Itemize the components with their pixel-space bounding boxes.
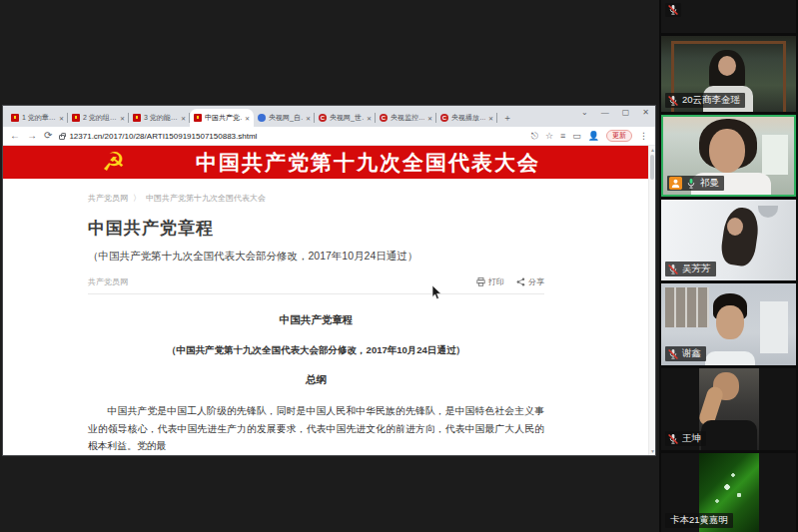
tab-5[interactable]: 央视网_自… ✕ [254,109,315,127]
participant-label: 吴芳芳 [665,262,716,276]
menu-icon[interactable]: ⋮ [639,132,648,141]
share-page-icon[interactable]: ⎋ [531,132,538,141]
close-tab-icon[interactable]: ✕ [120,115,125,122]
new-tab-button[interactable]: ＋ [500,111,514,125]
scene-shape [719,206,761,267]
print-button[interactable]: 打印 [476,276,504,287]
forward-icon[interactable]: → [27,131,37,141]
participant-tile-wangkun[interactable]: 王坤 [661,368,796,450]
page-subtitle: （中国共产党第十九次全国代表大会部分修改，2017年10月24日通过） [88,250,544,264]
print-label: 打印 [488,276,504,287]
scrollbar-thumb[interactable] [650,155,654,180]
chrome-update-button[interactable]: 更新 [606,130,632,142]
section-heading: 总纲 [88,373,544,387]
party-favicon-icon [11,114,19,122]
participant-name: 20云商李金瑶 [682,94,740,107]
tab-6[interactable]: C 央视网_世… ✕ [315,109,376,127]
participant-tile-lijinyao[interactable]: 20云商李金瑶 [661,36,796,112]
article-source: 共产党员网 [88,276,128,287]
page-title: 中国共产党章程 [88,217,544,240]
share-icon [516,277,525,286]
participant-video [661,0,796,33]
article-meta-row: 共产党员网 打印 分享 [88,276,544,287]
close-window-button[interactable]: ✕ [642,108,649,117]
participant-label: 20云商李金瑶 [665,93,745,108]
scene-shape [701,420,757,450]
scene-shape [665,287,709,327]
active-mic-icon [685,178,697,190]
share-button[interactable]: 分享 [516,276,544,287]
lock-icon [59,135,65,140]
back-icon[interactable]: ← [10,131,20,141]
tab-1[interactable]: 1 党的章… ✕ [7,109,68,127]
participant-label: 卡本21黄嘉明 [665,513,733,528]
tab-title: 2 党的组… [83,113,117,123]
page-scrollbar[interactable]: ▲ ▼ [648,146,655,455]
c-favicon-icon: C [319,114,327,122]
c-favicon-icon: C [440,114,448,122]
tab-7[interactable]: C 央视监控… ✕ [376,109,436,127]
scene-shape [699,368,759,450]
participant-tile-qiman[interactable]: 祁曼 [661,115,796,197]
participant-tile-xiexin[interactable]: 谢鑫 [661,283,796,365]
tab-3[interactable]: 3 党的能… ✕ [129,109,190,127]
participant-tile-huangjiaming[interactable]: 卡本21黄嘉明 [661,453,796,532]
congress-banner: ☭ 中国共产党第十九次全国代表大会 [3,146,648,179]
tab-title: 3 党的能… [144,113,178,123]
tab-search-icon[interactable]: ⌄ [581,108,588,117]
mouse-cursor [431,285,442,300]
maximize-button[interactable]: ▢ [622,108,630,117]
url-text[interactable]: 12371.cn/2017/10/28/ARTI1509191507150883… [69,132,257,141]
breadcrumb: 共产党员网 〉 中国共产党第十九次全国代表大会 [88,193,544,204]
participant-name: 祁曼 [700,177,719,190]
close-tab-icon[interactable]: ✕ [181,115,186,122]
close-tab-icon[interactable]: ✕ [367,115,372,122]
tab-2[interactable]: 2 党的组… ✕ [68,109,129,127]
participant-name: 卡本21黄嘉明 [670,514,728,527]
close-tab-icon[interactable]: ✕ [59,115,64,122]
participant-name: 王坤 [682,432,701,445]
muted-mic-icon [667,348,679,360]
tab-title: 央视网_自… [269,113,303,123]
document-title: 中国共产党章程 [88,313,544,327]
participant-label [665,3,681,17]
participant-label: 祁曼 [667,176,724,191]
tab-4-active[interactable]: 中国共产党… ✕ [190,109,254,127]
tab-title: 中国共产党… [205,113,242,123]
participant-tile-partial[interactable] [661,0,796,33]
side-panel-icon[interactable]: ▭ [572,132,581,141]
breadcrumb-separator: 〉 [133,193,141,204]
avatar-badge-icon [669,177,682,190]
scroll-down-icon[interactable]: ▼ [650,448,655,454]
muted-mic-icon [667,4,679,16]
tab-title: 央视监控… [391,113,424,123]
close-tab-icon[interactable]: ✕ [488,115,493,122]
scene-shape [718,56,736,76]
address-bar[interactable]: 12371.cn/2017/10/28/ARTI1509191507150883… [59,132,523,141]
bookmark-star-icon[interactable]: ☆ [545,132,553,141]
close-tab-icon[interactable]: ✕ [427,115,432,122]
participant-name: 吴芳芳 [682,263,711,275]
scroll-up-icon[interactable]: ▲ [650,147,655,153]
scene-shape [709,129,745,173]
article-column: 共产党员网 〉 中国共产党第十九次全国代表大会 中国共产党章程 （中国共产党第十… [88,193,544,455]
party-favicon-icon [72,114,80,122]
party-favicon-icon [194,114,202,122]
breadcrumb-home-link[interactable]: 共产党员网 [88,193,128,204]
c-favicon-icon: C [380,114,388,122]
minimize-button[interactable]: — [601,108,609,117]
muted-mic-icon [667,433,679,445]
tab-8[interactable]: C 央视播放… ✕ [436,109,497,127]
participant-label: 谢鑫 [665,346,706,361]
browser-toolbar: ← → ⟳ 12371.cn/2017/10/28/ARTI1509191507… [3,127,655,146]
reading-list-icon[interactable]: ≡ [560,132,565,141]
close-tab-icon[interactable]: ✕ [245,115,250,122]
divider [88,293,544,294]
scene-shape [762,135,788,175]
participant-tile-wufangfang[interactable]: 吴芳芳 [661,200,796,280]
refresh-icon[interactable]: ⟳ [44,131,52,141]
tab-title: 央视网_世… [330,113,364,123]
close-tab-icon[interactable]: ✕ [306,115,311,122]
web-page-content: ☭ 中国共产党第十九次全国代表大会 共产党员网 〉 中国共产党第十九次全国代表大… [3,146,655,455]
profile-icon[interactable]: 👤 [588,132,599,141]
